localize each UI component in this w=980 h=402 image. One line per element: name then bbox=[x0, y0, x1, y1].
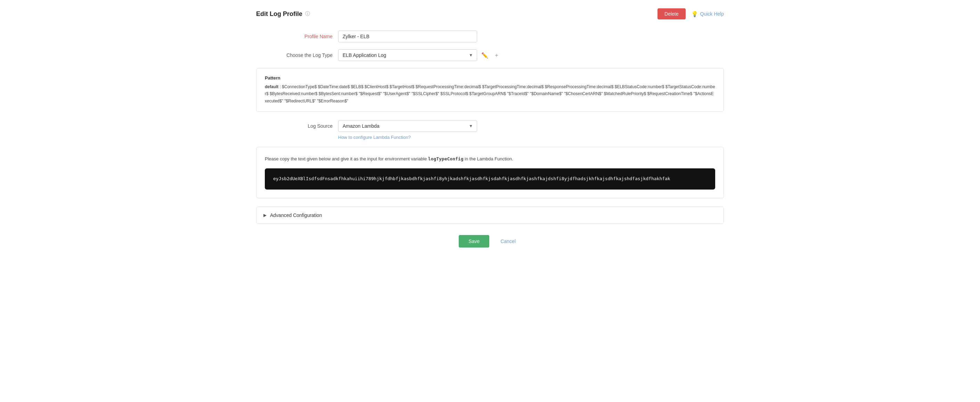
profile-name-input[interactable] bbox=[338, 30, 477, 42]
profile-name-label: Profile Name bbox=[256, 34, 332, 39]
delete-button[interactable]: Delete bbox=[657, 8, 685, 19]
configure-lambda-link[interactable]: How to configure Lambda Function? bbox=[338, 135, 724, 140]
page-title: Edit Log Profile bbox=[256, 10, 302, 18]
header-left: Edit Log Profile ⓘ bbox=[256, 10, 310, 18]
quick-help-icon: 💡 bbox=[691, 11, 698, 17]
quick-help-label: Quick Help bbox=[700, 11, 724, 17]
pattern-card: Pattern default : $ConnectionType$ $Date… bbox=[256, 68, 724, 112]
log-type-controls: ELB Application Log ELB Classic Log Clou… bbox=[338, 49, 501, 61]
info-variable-name: logTypeConfig bbox=[428, 156, 464, 161]
log-type-select[interactable]: ELB Application Log ELB Classic Log Clou… bbox=[338, 49, 477, 61]
info-icon[interactable]: ⓘ bbox=[305, 11, 310, 17]
info-card: Please copy the text given below and giv… bbox=[256, 147, 724, 198]
chevron-right-icon: ▶ bbox=[263, 213, 267, 218]
log-source-row: Log Source Amazon Lambda Amazon S3 Amazo… bbox=[256, 120, 724, 132]
footer-actions: Save Cancel bbox=[256, 235, 724, 247]
header-right: Delete 💡 Quick Help bbox=[657, 8, 724, 19]
advanced-configuration-section[interactable]: ▶ Advanced Configuration bbox=[256, 207, 724, 224]
pattern-title: Pattern bbox=[265, 75, 715, 81]
token-box: eyJsb2dUeXBlIsdfsdFnsadkfhkahuiihi789hjk… bbox=[265, 168, 715, 190]
profile-name-row: Profile Name bbox=[256, 30, 724, 42]
log-type-label: Choose the Log Type bbox=[256, 52, 332, 58]
save-button[interactable]: Save bbox=[459, 235, 489, 247]
page-header: Edit Log Profile ⓘ Delete 💡 Quick Help bbox=[256, 8, 724, 19]
log-source-select[interactable]: Amazon Lambda Amazon S3 Amazon Kinesis bbox=[338, 120, 477, 132]
edit-log-type-button[interactable]: ✏️ bbox=[480, 51, 490, 60]
info-text-before: Please copy the text given below and giv… bbox=[265, 156, 428, 161]
cancel-button[interactable]: Cancel bbox=[495, 235, 521, 247]
advanced-title: Advanced Configuration bbox=[270, 212, 322, 218]
log-source-select-wrapper: Amazon Lambda Amazon S3 Amazon Kinesis ▼ bbox=[338, 120, 477, 132]
log-source-label: Log Source bbox=[256, 123, 332, 129]
log-type-select-wrapper: ELB Application Log ELB Classic Log Clou… bbox=[338, 49, 477, 61]
info-text-after: in the Lambda Function. bbox=[463, 156, 513, 161]
quick-help-link[interactable]: 💡 Quick Help bbox=[691, 11, 724, 17]
log-type-row: Choose the Log Type ELB Application Log … bbox=[256, 49, 724, 61]
info-card-text: Please copy the text given below and giv… bbox=[265, 155, 715, 163]
add-log-type-button[interactable]: ＋ bbox=[492, 50, 501, 60]
pattern-content: default : $ConnectionType$ $DateTime:dat… bbox=[265, 83, 715, 104]
